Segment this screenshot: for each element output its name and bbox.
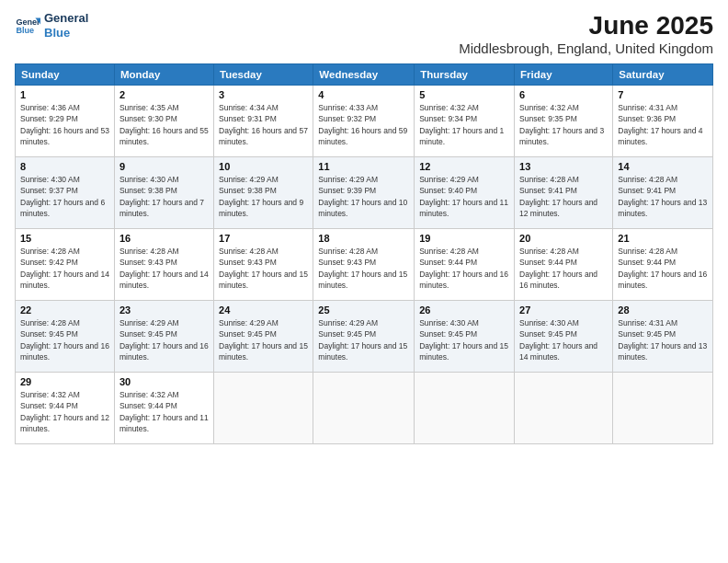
day-number: 19	[419, 233, 509, 244]
day-number: 5	[419, 89, 509, 100]
sunset-label: Sunset: 9:43 PM	[119, 258, 177, 267]
calendar-header-row: SundayMondayTuesdayWednesdayThursdayFrid…	[16, 64, 713, 86]
calendar-cell	[515, 373, 613, 444]
day-info: Sunrise: 4:28 AM Sunset: 9:43 PM Dayligh…	[219, 246, 308, 291]
sunrise-label: Sunrise: 4:30 AM	[419, 318, 479, 327]
daylight-label: Daylight: 17 hours and 16 minutes.	[20, 341, 109, 362]
daylight-label: Daylight: 17 hours and 4 minutes.	[618, 126, 702, 146]
day-info: Sunrise: 4:28 AM Sunset: 9:44 PM Dayligh…	[419, 246, 509, 291]
daylight-label: Daylight: 17 hours and 3 minutes.	[519, 126, 604, 146]
calendar-cell: 10 Sunrise: 4:29 AM Sunset: 9:38 PM Dayl…	[214, 157, 313, 229]
calendar-cell	[415, 373, 515, 444]
sunrise-label: Sunrise: 4:29 AM	[219, 318, 279, 327]
sunrise-label: Sunrise: 4:29 AM	[419, 175, 479, 184]
daylight-label: Daylight: 17 hours and 14 minutes.	[119, 270, 209, 290]
day-number: 11	[318, 161, 409, 172]
sunrise-label: Sunrise: 4:28 AM	[318, 247, 378, 256]
calendar-cell: 18 Sunrise: 4:28 AM Sunset: 9:43 PM Dayl…	[313, 229, 415, 301]
header-sunday: Sunday	[16, 64, 115, 86]
month-year-title: June 2025	[459, 11, 713, 40]
calendar-cell: 5 Sunrise: 4:32 AM Sunset: 9:34 PM Dayli…	[415, 86, 515, 157]
daylight-label: Daylight: 16 hours and 55 minutes.	[119, 126, 209, 146]
header-saturday: Saturday	[613, 64, 713, 86]
day-number: 14	[618, 161, 708, 172]
calendar-cell: 4 Sunrise: 4:33 AM Sunset: 9:32 PM Dayli…	[313, 86, 415, 157]
day-number: 3	[219, 89, 308, 100]
calendar-cell: 6 Sunrise: 4:32 AM Sunset: 9:35 PM Dayli…	[515, 86, 613, 157]
daylight-label: Daylight: 17 hours and 16 minutes.	[618, 270, 707, 290]
sunset-label: Sunset: 9:44 PM	[519, 258, 577, 267]
day-number: 27	[519, 304, 608, 316]
calendar-cell: 20 Sunrise: 4:28 AM Sunset: 9:44 PM Dayl…	[515, 229, 613, 301]
sunset-label: Sunset: 9:45 PM	[419, 329, 477, 339]
day-info: Sunrise: 4:30 AM Sunset: 9:45 PM Dayligh…	[419, 317, 509, 362]
day-number: 16	[119, 233, 209, 244]
sunrise-label: Sunrise: 4:31 AM	[618, 318, 677, 327]
daylight-label: Daylight: 17 hours and 14 minutes.	[519, 341, 597, 362]
header-tuesday: Tuesday	[214, 64, 313, 86]
sunset-label: Sunset: 9:38 PM	[219, 186, 277, 195]
daylight-label: Daylight: 17 hours and 15 minutes.	[219, 270, 308, 290]
sunset-label: Sunset: 9:45 PM	[119, 329, 177, 339]
day-info: Sunrise: 4:36 AM Sunset: 9:29 PM Dayligh…	[20, 102, 109, 147]
day-info: Sunrise: 4:29 AM Sunset: 9:45 PM Dayligh…	[318, 317, 409, 362]
calendar-cell: 3 Sunrise: 4:34 AM Sunset: 9:31 PM Dayli…	[214, 86, 313, 157]
daylight-label: Daylight: 17 hours and 6 minutes.	[20, 198, 105, 218]
sunrise-label: Sunrise: 4:32 AM	[119, 390, 179, 399]
day-number: 25	[318, 304, 409, 316]
day-number: 26	[419, 304, 509, 316]
calendar-cell	[613, 373, 713, 444]
day-number: 29	[20, 376, 109, 387]
calendar-body: 1 Sunrise: 4:36 AM Sunset: 9:29 PM Dayli…	[16, 86, 713, 444]
sunset-label: Sunset: 9:35 PM	[519, 114, 577, 123]
calendar-cell: 2 Sunrise: 4:35 AM Sunset: 9:30 PM Dayli…	[114, 86, 213, 157]
sunrise-label: Sunrise: 4:28 AM	[618, 247, 677, 256]
day-info: Sunrise: 4:34 AM Sunset: 9:31 PM Dayligh…	[219, 102, 308, 147]
sunrise-label: Sunrise: 4:32 AM	[519, 103, 579, 112]
day-number: 10	[219, 161, 308, 172]
calendar-cell: 26 Sunrise: 4:30 AM Sunset: 9:45 PM Dayl…	[415, 301, 515, 373]
calendar-cell: 19 Sunrise: 4:28 AM Sunset: 9:44 PM Dayl…	[415, 229, 515, 301]
calendar-cell: 28 Sunrise: 4:31 AM Sunset: 9:45 PM Dayl…	[613, 301, 713, 373]
day-number: 30	[119, 376, 209, 387]
daylight-label: Daylight: 17 hours and 15 minutes.	[318, 341, 407, 362]
daylight-label: Daylight: 17 hours and 11 minutes.	[119, 413, 209, 433]
sunset-label: Sunset: 9:43 PM	[219, 258, 277, 267]
day-number: 21	[618, 233, 708, 244]
sunset-label: Sunset: 9:41 PM	[618, 186, 676, 195]
calendar-cell: 15 Sunrise: 4:28 AM Sunset: 9:42 PM Dayl…	[16, 229, 115, 301]
sunset-label: Sunset: 9:44 PM	[20, 401, 78, 410]
sunset-label: Sunset: 9:44 PM	[419, 258, 477, 267]
sunrise-label: Sunrise: 4:31 AM	[618, 103, 677, 112]
calendar-cell: 1 Sunrise: 4:36 AM Sunset: 9:29 PM Dayli…	[16, 86, 115, 157]
calendar-cell: 25 Sunrise: 4:29 AM Sunset: 9:45 PM Dayl…	[313, 301, 415, 373]
calendar-cell: 24 Sunrise: 4:29 AM Sunset: 9:45 PM Dayl…	[214, 301, 313, 373]
sunrise-label: Sunrise: 4:29 AM	[318, 175, 378, 184]
sunset-label: Sunset: 9:37 PM	[20, 186, 78, 195]
sunrise-label: Sunrise: 4:28 AM	[519, 175, 579, 184]
sunset-label: Sunset: 9:41 PM	[519, 186, 577, 195]
sunrise-label: Sunrise: 4:28 AM	[618, 175, 677, 184]
sunrise-label: Sunrise: 4:32 AM	[20, 390, 80, 399]
sunrise-label: Sunrise: 4:33 AM	[318, 103, 378, 112]
daylight-label: Daylight: 17 hours and 16 minutes.	[119, 341, 209, 362]
sunrise-label: Sunrise: 4:29 AM	[119, 318, 179, 327]
sunset-label: Sunset: 9:43 PM	[318, 258, 376, 267]
day-info: Sunrise: 4:28 AM Sunset: 9:45 PM Dayligh…	[20, 317, 109, 362]
daylight-label: Daylight: 17 hours and 7 minutes.	[119, 198, 204, 218]
calendar-cell: 16 Sunrise: 4:28 AM Sunset: 9:43 PM Dayl…	[114, 229, 213, 301]
day-number: 9	[119, 161, 209, 172]
day-number: 1	[20, 89, 109, 100]
day-info: Sunrise: 4:29 AM Sunset: 9:39 PM Dayligh…	[318, 174, 409, 219]
calendar-cell: 12 Sunrise: 4:29 AM Sunset: 9:40 PM Dayl…	[415, 157, 515, 229]
day-number: 12	[419, 161, 509, 172]
daylight-label: Daylight: 17 hours and 11 minutes.	[419, 198, 508, 218]
day-info: Sunrise: 4:30 AM Sunset: 9:38 PM Dayligh…	[119, 174, 209, 219]
daylight-label: Daylight: 17 hours and 12 minutes.	[20, 413, 109, 433]
header-thursday: Thursday	[415, 64, 515, 86]
day-info: Sunrise: 4:32 AM Sunset: 9:44 PM Dayligh…	[20, 389, 109, 434]
page: General Blue GeneralBlue June 2025 Middl…	[0, 0, 728, 563]
daylight-label: Daylight: 17 hours and 16 minutes.	[419, 270, 508, 290]
header-wednesday: Wednesday	[313, 64, 415, 86]
sunset-label: Sunset: 9:44 PM	[119, 401, 177, 410]
